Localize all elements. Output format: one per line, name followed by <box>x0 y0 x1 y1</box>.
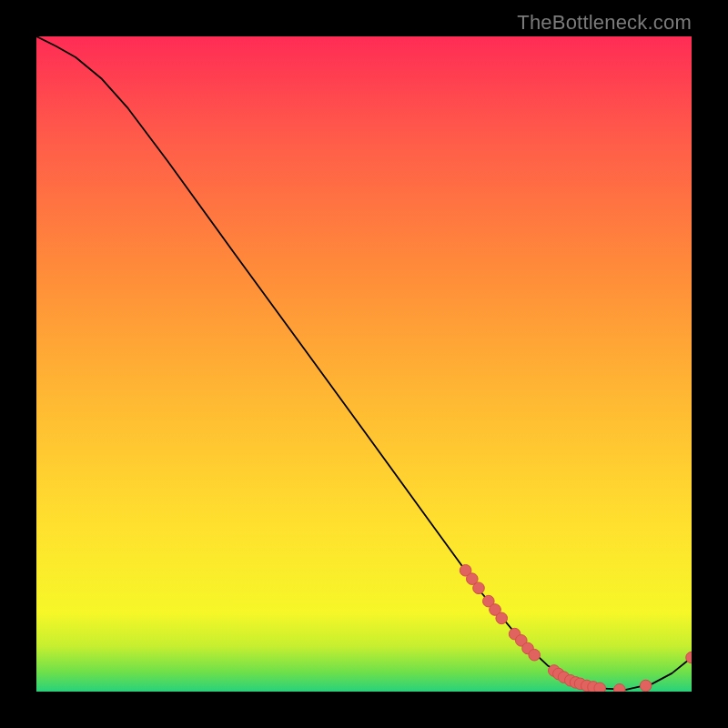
watermark-text: TheBottleneck.com <box>517 11 692 35</box>
chart-plot <box>36 36 692 692</box>
gradient-bg <box>36 36 692 692</box>
data-marker <box>640 680 652 692</box>
chart-frame: TheBottleneck.com <box>0 0 728 728</box>
data-marker <box>473 582 485 594</box>
data-marker <box>529 649 541 661</box>
data-marker <box>614 684 626 692</box>
data-marker <box>496 612 508 624</box>
data-marker <box>594 682 606 692</box>
